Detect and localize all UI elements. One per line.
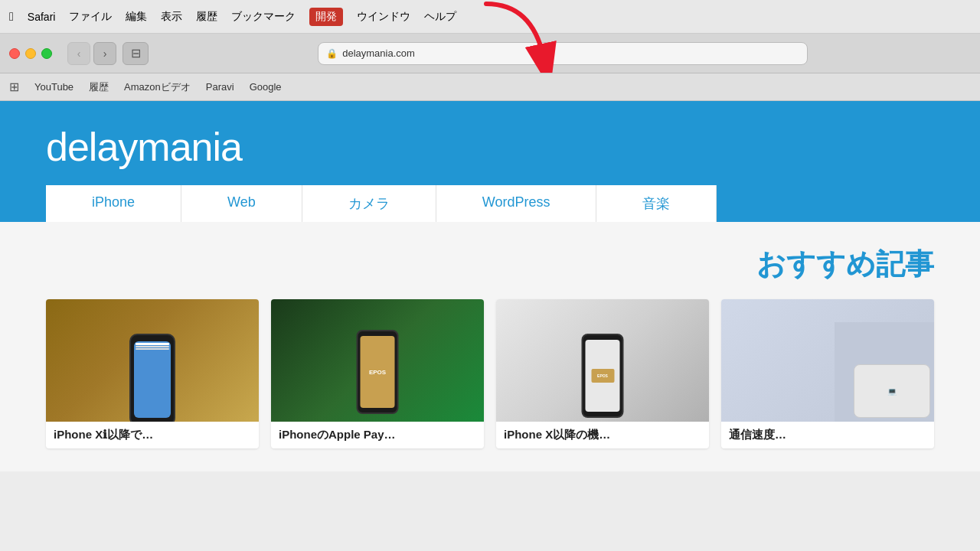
bookmarks-menu[interactable]: ブックマーク (231, 10, 296, 24)
card-1[interactable]: iPhone Xℹ以降で… (46, 299, 259, 448)
card-1-title: iPhone Xℹ以降で… (46, 422, 259, 448)
address-bar-wrapper: 🔒 delaymania.com (155, 42, 971, 65)
edit-menu[interactable]: 編集 (126, 10, 147, 24)
sidebar-toggle-button[interactable]: ⊟ (122, 42, 149, 65)
site-logo[interactable]: delaymania (0, 116, 980, 185)
back-icon: ‹ (77, 47, 81, 60)
section-title: おすすめ記事 (46, 245, 934, 284)
card-2-image: EPOS (271, 299, 484, 422)
bookmark-history[interactable]: 履歴 (89, 80, 109, 94)
minimize-button[interactable] (25, 48, 36, 59)
card-1-image (46, 299, 259, 422)
card-4-image: 💻 (721, 299, 934, 422)
bookmark-paravi[interactable]: Paravi (206, 81, 234, 93)
website-content: delaymania iPhone Web カメラ WordPress 音楽 お… (0, 101, 980, 471)
nav-item-wordpress[interactable]: WordPress (436, 185, 597, 222)
help-menu[interactable]: ヘルプ (424, 10, 456, 24)
sidebar-icon: ⊟ (131, 46, 141, 60)
nav-item-web[interactable]: Web (181, 185, 302, 222)
cards-row: iPhone Xℹ以降で… EPOS iPhoneのApple Pay… EPO… (46, 299, 934, 448)
window-menu[interactable]: ウインドウ (357, 10, 410, 24)
file-menu[interactable]: ファイル (69, 10, 112, 24)
site-nav: iPhone Web カメラ WordPress 音楽 (0, 185, 980, 222)
apple-menu[interactable]:  (9, 10, 14, 24)
back-button[interactable]: ‹ (67, 42, 90, 65)
dev-menu[interactable]: 開発 (309, 8, 343, 26)
nav-item-iphone[interactable]: iPhone (46, 185, 181, 222)
site-header: delaymania iPhone Web カメラ WordPress 音楽 (0, 101, 980, 222)
tutorial-arrow (471, 0, 563, 73)
card-4[interactable]: 💻 通信速度… (721, 299, 934, 448)
card-3[interactable]: EPOS iPhone X以降の機… (496, 299, 709, 448)
toolbar: ‹ › ⊟ 🔒 delaymania.com (0, 34, 980, 73)
grid-icon[interactable]: ⊞ (9, 80, 19, 94)
card-2[interactable]: EPOS iPhoneのApple Pay… (271, 299, 484, 448)
bookmark-amazon[interactable]: Amazonビデオ (124, 80, 191, 94)
close-button[interactable] (9, 48, 20, 59)
forward-icon: › (103, 47, 107, 60)
url-text: delaymania.com (342, 47, 415, 59)
address-bar[interactable]: 🔒 delaymania.com (318, 42, 808, 65)
view-menu[interactable]: 表示 (161, 10, 182, 24)
card-4-title: 通信速度… (721, 422, 934, 448)
forward-button[interactable]: › (93, 42, 116, 65)
card-3-image: EPOS (496, 299, 709, 422)
nav-buttons: ‹ › (67, 42, 116, 65)
bookmarks-bar: ⊞ YouTube 履歴 Amazonビデオ Paravi Google (0, 73, 980, 101)
lock-icon: 🔒 (326, 48, 338, 59)
nav-item-camera[interactable]: カメラ (302, 185, 436, 222)
nav-item-music[interactable]: 音楽 (596, 185, 717, 222)
content-area: おすすめ記事 iPhone Xℹ以降で… (0, 222, 980, 471)
card-2-title: iPhoneのApple Pay… (271, 422, 484, 448)
safari-menu[interactable]: Safari (28, 11, 56, 23)
traffic-lights (9, 48, 52, 59)
bookmark-google[interactable]: Google (250, 81, 282, 93)
card-3-title: iPhone X以降の機… (496, 422, 709, 448)
maximize-button[interactable] (41, 48, 52, 59)
bookmark-youtube[interactable]: YouTube (34, 81, 74, 93)
history-menu[interactable]: 履歴 (196, 10, 217, 24)
